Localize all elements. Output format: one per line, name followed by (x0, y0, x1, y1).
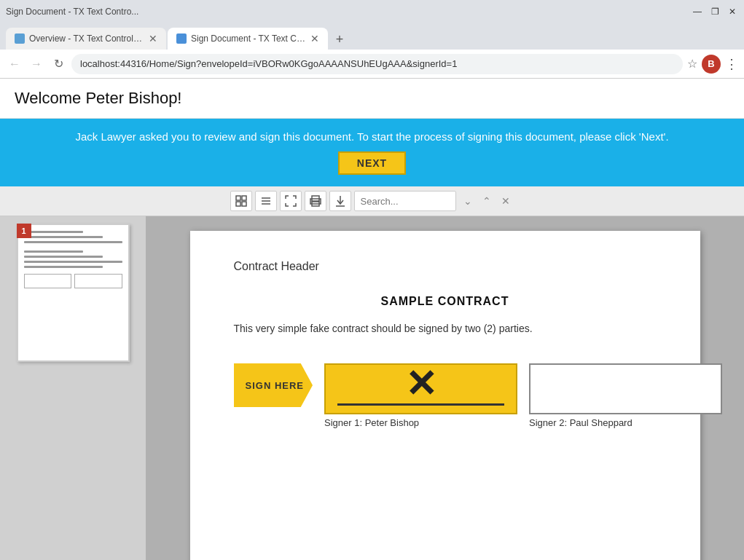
search-nav: ⌄ ⌃ ✕ (459, 191, 514, 211)
app-header: Welcome Peter Bishop! (0, 79, 744, 119)
svg-rect-1 (242, 196, 246, 200)
thumb-line-7 (24, 266, 103, 268)
address-bar: ← → ↻ ☆ B ⋮ (0, 50, 744, 79)
svg-rect-3 (242, 202, 246, 206)
print-icon (310, 195, 321, 207)
search-next-button[interactable]: ⌃ (478, 191, 496, 211)
tabs-bar: Overview - TX Text Control Samp ✕ Sign D… (0, 23, 744, 50)
app-title: Welcome Peter Bishop! (15, 89, 729, 108)
fullscreen-button[interactable] (280, 191, 302, 211)
print-button[interactable] (305, 191, 326, 211)
back-button[interactable]: ← (6, 55, 23, 73)
tab-icon-sign (176, 33, 187, 44)
tab-close-overview[interactable]: ✕ (149, 33, 157, 44)
svg-rect-2 (236, 202, 240, 206)
profile-button[interactable]: B (702, 55, 721, 74)
title-bar: Sign Document - TX Text Contro... — ❐ ✕ (0, 0, 744, 23)
tab-title-sign: Sign Document - TX Text Contro... (191, 33, 306, 44)
sign-x-icon: ✕ (405, 366, 437, 403)
svg-rect-0 (236, 196, 240, 200)
sign-boxes-container: ✕ Signer 1: Peter Bishop Signer 2: Paul … (324, 363, 722, 428)
tab-icon-overview (15, 33, 25, 44)
contract-title: SAMPLE CONTRACT (234, 295, 657, 308)
sign-underline (337, 403, 504, 406)
thumb-sign-box-2 (74, 274, 122, 288)
sign-here-arrow[interactable]: SIGN HERE (234, 363, 313, 407)
thumb-sign-box-1 (24, 274, 72, 288)
search-close-button[interactable]: ✕ (497, 191, 514, 211)
thumb-content (18, 225, 128, 294)
browser-chrome: Sign Document - TX Text Contro... — ❐ ✕ … (0, 0, 744, 79)
thumb-line-4 (24, 251, 83, 253)
page-number-badge: 1 (17, 224, 31, 238)
thumb-line-3 (24, 241, 122, 243)
minimize-button[interactable]: — (692, 6, 703, 17)
signer1-label: Signer 1: Peter Bishop (324, 417, 517, 428)
banner: Jack Lawyer asked you to review and sign… (0, 119, 744, 186)
search-input[interactable] (354, 191, 456, 211)
thumb-line-1 (24, 231, 83, 233)
tab-overview[interactable]: Overview - TX Text Control Samp ✕ (6, 28, 166, 50)
refresh-button[interactable]: ↻ (50, 55, 67, 73)
sign-box-2[interactable] (529, 363, 722, 414)
banner-text: Jack Lawyer asked you to review and sign… (15, 130, 729, 143)
next-button[interactable]: NEXT (338, 151, 406, 175)
forward-button[interactable]: → (28, 55, 45, 73)
search-prev-button[interactable]: ⌄ (459, 191, 477, 211)
layout-icon (235, 195, 247, 207)
toolbar: ⌄ ⌃ ✕ (0, 186, 744, 216)
main-area: 1 Contract Header SAMPLE CONTRACT This v… (0, 216, 744, 560)
restore-button[interactable]: ❐ (709, 6, 721, 17)
signer1-container: ✕ Signer 1: Peter Bishop (324, 363, 517, 428)
layout-view-button[interactable] (230, 191, 252, 211)
thumb-line-6 (24, 261, 122, 263)
sidebar: 1 (0, 216, 146, 560)
thumb-line-5 (24, 256, 103, 258)
menu-button[interactable]: ⋮ (725, 56, 738, 72)
download-button[interactable] (329, 191, 351, 211)
signer2-label: Signer 2: Paul Sheppard (529, 417, 722, 428)
contract-header: Contract Header (234, 260, 657, 273)
sign-box-1[interactable]: ✕ (324, 363, 517, 414)
signer2-container: Signer 2: Paul Sheppard (529, 363, 722, 428)
tab-title-overview: Overview - TX Text Control Samp (29, 33, 144, 44)
download-icon (334, 195, 346, 207)
document-viewer[interactable]: Contract Header SAMPLE CONTRACT This ver… (146, 216, 744, 560)
window-title: Sign Document - TX Text Contro... (6, 7, 138, 17)
list-view-button[interactable] (255, 191, 277, 211)
document-page: Contract Header SAMPLE CONTRACT This ver… (190, 231, 700, 560)
thumb-line-2 (24, 236, 103, 238)
tab-close-sign[interactable]: ✕ (310, 33, 319, 44)
tab-sign[interactable]: Sign Document - TX Text Contro... ✕ (168, 28, 328, 50)
new-tab-button[interactable]: + (329, 29, 350, 50)
thumb-boxes (24, 274, 122, 288)
fullscreen-icon (285, 195, 297, 207)
contract-body: This very simple fake contract should be… (234, 323, 657, 334)
close-button[interactable]: ✕ (727, 6, 738, 17)
list-icon (260, 195, 272, 207)
bookmark-icon[interactable]: ☆ (687, 57, 697, 71)
svg-point-10 (318, 201, 319, 202)
sign-section: SIGN HERE ✕ Signer 1: Peter Bishop (234, 363, 657, 428)
window-controls: — ❐ ✕ (692, 6, 738, 17)
address-input[interactable] (71, 54, 683, 74)
page-thumbnail[interactable]: 1 (17, 224, 130, 362)
